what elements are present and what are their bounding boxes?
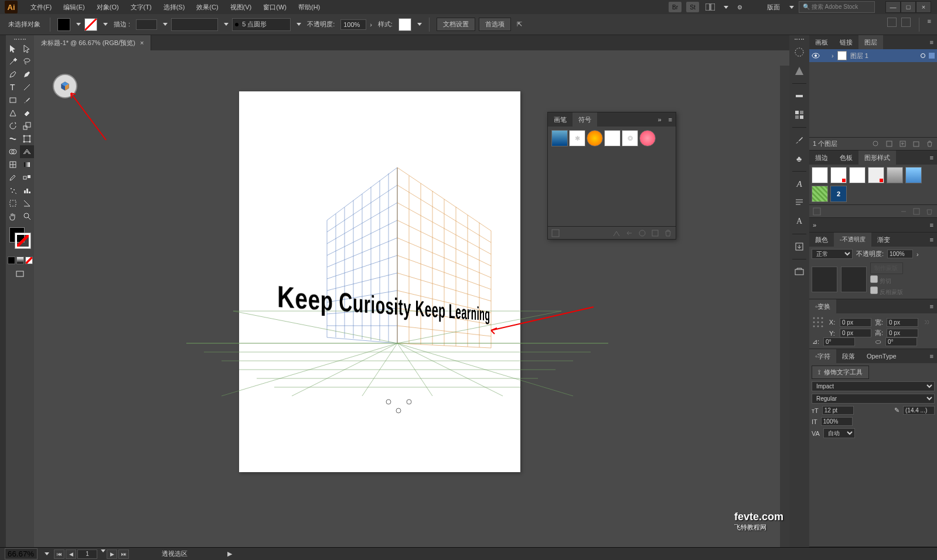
style-swatch[interactable]: [905, 167, 922, 183]
perspective-grid-tool[interactable]: [20, 145, 34, 158]
opentype-icon[interactable]: A: [792, 214, 807, 229]
locate-icon[interactable]: [872, 140, 880, 148]
document-tab[interactable]: 未标题-1* @ 66.67% (RGB/预览) ×: [34, 35, 151, 50]
shaper-tool[interactable]: [6, 107, 20, 119]
color-guide-icon[interactable]: [792, 63, 807, 78]
zoom-input[interactable]: [5, 548, 38, 559]
shape-builder-tool[interactable]: [6, 145, 20, 158]
chevron-down-icon[interactable]: [224, 23, 229, 26]
stock-icon[interactable]: St: [686, 2, 699, 12]
last-button[interactable]: ⏭: [118, 549, 129, 559]
library-icon[interactable]: [813, 207, 821, 216]
menu-select[interactable]: 选择(S): [158, 3, 191, 12]
new-icon[interactable]: [912, 207, 921, 216]
character-icon[interactable]: A: [792, 176, 807, 192]
lasso-tool[interactable]: [20, 55, 34, 68]
new-sublayer-icon[interactable]: [899, 140, 907, 148]
panel-menu-icon[interactable]: ≡: [665, 116, 676, 123]
touch-type-button[interactable]: ⟟ 修饰文字工具: [812, 366, 869, 379]
close-tab-icon[interactable]: ×: [140, 39, 144, 46]
search-stock-input[interactable]: 🔍 搜索 Adobe Stock: [799, 1, 875, 13]
options-icon[interactable]: [638, 229, 646, 237]
symbol-swatch[interactable]: ❂: [622, 130, 638, 146]
new-icon[interactable]: [651, 229, 659, 237]
break-link-icon[interactable]: [899, 207, 908, 216]
tab-swatches[interactable]: 色板: [834, 151, 858, 165]
brushes-icon[interactable]: [792, 132, 807, 148]
menu-help[interactable]: 帮助(H): [292, 3, 326, 12]
eyedropper-tool[interactable]: [6, 171, 20, 184]
color-mode-gradient[interactable]: [16, 257, 24, 264]
eraser-tool[interactable]: [20, 107, 34, 119]
stroke-swatch[interactable]: [84, 18, 97, 31]
chevron-right-icon[interactable]: ▶: [227, 550, 232, 558]
y-input[interactable]: [840, 329, 871, 337]
menu-type[interactable]: 文字(T): [125, 3, 158, 12]
slice-tool[interactable]: [20, 197, 34, 210]
screen-mode-tool[interactable]: [13, 268, 27, 281]
chevron-right-icon[interactable]: ›: [916, 251, 919, 258]
chevron-down-icon[interactable]: [417, 23, 422, 26]
style-swatch[interactable]: [830, 167, 847, 183]
w-input[interactable]: [887, 318, 918, 327]
library-icon[interactable]: [551, 229, 560, 237]
rectangle-tool[interactable]: [6, 94, 20, 107]
menu-file[interactable]: 文件(F): [25, 3, 57, 12]
tab-gradient[interactable]: 渐变: [871, 233, 896, 247]
fill-stroke-control[interactable]: [6, 225, 34, 254]
place-icon[interactable]: [612, 229, 621, 237]
align-icon[interactable]: [887, 18, 897, 27]
tab-paragraph[interactable]: 段落: [836, 349, 861, 363]
shear-input[interactable]: [885, 337, 917, 346]
tab-character[interactable]: ◦ 字符: [809, 349, 836, 363]
rotate-tool[interactable]: [6, 119, 20, 132]
fill-swatch[interactable]: [57, 18, 70, 31]
type-tool[interactable]: T: [6, 81, 20, 94]
style-swatch[interactable]: [398, 18, 411, 31]
stroke-weight-input[interactable]: [136, 19, 157, 30]
chevron-down-icon[interactable]: [297, 23, 301, 26]
workspace-label[interactable]: 版面: [767, 3, 780, 12]
trash-icon[interactable]: [926, 140, 933, 148]
menu-object[interactable]: 对象(O): [91, 3, 125, 12]
tab-opentype[interactable]: OpenType: [861, 349, 902, 363]
style-swatch[interactable]: [812, 186, 828, 202]
scale-tool[interactable]: [20, 119, 34, 132]
tab-graphic-styles[interactable]: 图形样式: [858, 151, 896, 165]
style-swatch[interactable]: [812, 167, 828, 183]
trash-icon[interactable]: [664, 229, 672, 237]
symbol-sprayer-tool[interactable]: [6, 184, 20, 197]
panel-menu-icon[interactable]: ≡: [926, 221, 937, 228]
bridge-icon[interactable]: Br: [669, 2, 682, 12]
first-button[interactable]: ⏮: [54, 549, 64, 559]
stroke-icon[interactable]: [792, 88, 807, 104]
new-layer-icon[interactable]: [912, 140, 920, 148]
panel-menu-icon[interactable]: ≡: [926, 154, 937, 161]
zoom-tool[interactable]: [20, 210, 34, 223]
direct-selection-tool[interactable]: [20, 42, 34, 55]
menu-edit[interactable]: 编辑(E): [57, 3, 91, 12]
break-link-icon[interactable]: [625, 229, 633, 237]
chevron-down-icon[interactable]: [724, 6, 728, 9]
symbol-swatch[interactable]: [551, 130, 568, 146]
tab-layers[interactable]: 图层: [858, 35, 883, 49]
reference-point-icon[interactable]: [812, 316, 824, 329]
panel-menu-icon[interactable]: ≡: [926, 303, 937, 310]
column-graph-tool[interactable]: [20, 184, 34, 197]
symbols-icon[interactable]: ♣: [792, 151, 807, 166]
menu-effect[interactable]: 效果(C): [190, 3, 224, 12]
symbol-swatch[interactable]: [587, 130, 603, 146]
width-tool[interactable]: [6, 132, 20, 145]
color-icon[interactable]: [792, 45, 807, 60]
symbol-swatch[interactable]: [604, 130, 621, 146]
style-swatch[interactable]: 2: [830, 186, 847, 202]
tab-symbols[interactable]: 符号: [573, 112, 597, 127]
brush-dropdown[interactable]: 5 点圆形: [232, 18, 291, 31]
chevron-down-icon[interactable]: [789, 6, 794, 9]
blend-tool[interactable]: [20, 171, 34, 184]
selection-tool[interactable]: [6, 42, 20, 55]
target-icon[interactable]: [921, 53, 925, 58]
paragraph-icon[interactable]: [792, 195, 807, 210]
panel-grip[interactable]: [6, 37, 34, 42]
layer-row[interactable]: › 图层 1: [809, 49, 937, 62]
